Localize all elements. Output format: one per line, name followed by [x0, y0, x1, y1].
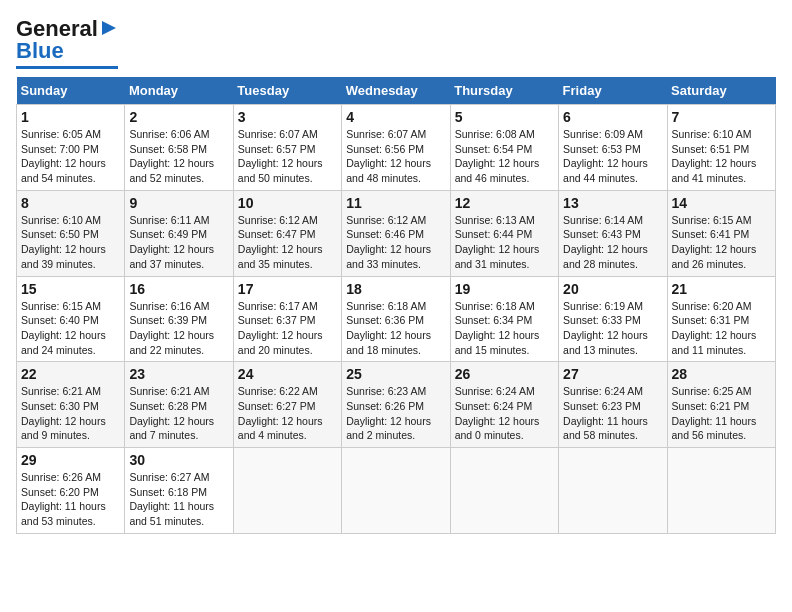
day-number: 5	[455, 109, 554, 125]
weekday-header: Saturday	[667, 77, 775, 105]
calendar-day-cell: 9 Sunrise: 6:11 AMSunset: 6:49 PMDayligh…	[125, 190, 233, 276]
day-number: 14	[672, 195, 771, 211]
day-number: 28	[672, 366, 771, 382]
sunrise-text: Sunrise: 6:24 AMSunset: 6:24 PMDaylight:…	[455, 385, 540, 441]
sunrise-text: Sunrise: 6:16 AMSunset: 6:39 PMDaylight:…	[129, 300, 214, 356]
sunrise-text: Sunrise: 6:14 AMSunset: 6:43 PMDaylight:…	[563, 214, 648, 270]
calendar-day-cell: 1 Sunrise: 6:05 AMSunset: 7:00 PMDayligh…	[17, 105, 125, 191]
calendar-table: SundayMondayTuesdayWednesdayThursdayFrid…	[16, 77, 776, 534]
sunrise-text: Sunrise: 6:18 AMSunset: 6:34 PMDaylight:…	[455, 300, 540, 356]
calendar-day-cell	[342, 448, 450, 534]
calendar-day-cell: 17 Sunrise: 6:17 AMSunset: 6:37 PMDaylig…	[233, 276, 341, 362]
calendar-day-cell: 13 Sunrise: 6:14 AMSunset: 6:43 PMDaylig…	[559, 190, 667, 276]
calendar-day-cell: 4 Sunrise: 6:07 AMSunset: 6:56 PMDayligh…	[342, 105, 450, 191]
calendar-week-row: 8 Sunrise: 6:10 AMSunset: 6:50 PMDayligh…	[17, 190, 776, 276]
day-number: 17	[238, 281, 337, 297]
weekday-header: Sunday	[17, 77, 125, 105]
day-number: 15	[21, 281, 120, 297]
logo-icon	[100, 19, 118, 41]
day-number: 6	[563, 109, 662, 125]
day-number: 24	[238, 366, 337, 382]
sunrise-text: Sunrise: 6:07 AMSunset: 6:56 PMDaylight:…	[346, 128, 431, 184]
sunrise-text: Sunrise: 6:07 AMSunset: 6:57 PMDaylight:…	[238, 128, 323, 184]
sunrise-text: Sunrise: 6:05 AMSunset: 7:00 PMDaylight:…	[21, 128, 106, 184]
sunrise-text: Sunrise: 6:15 AMSunset: 6:41 PMDaylight:…	[672, 214, 757, 270]
sunrise-text: Sunrise: 6:12 AMSunset: 6:47 PMDaylight:…	[238, 214, 323, 270]
sunrise-text: Sunrise: 6:11 AMSunset: 6:49 PMDaylight:…	[129, 214, 214, 270]
day-number: 25	[346, 366, 445, 382]
calendar-day-cell: 24 Sunrise: 6:22 AMSunset: 6:27 PMDaylig…	[233, 362, 341, 448]
page-header: General Blue	[16, 16, 776, 69]
calendar-day-cell: 3 Sunrise: 6:07 AMSunset: 6:57 PMDayligh…	[233, 105, 341, 191]
day-number: 27	[563, 366, 662, 382]
calendar-day-cell: 7 Sunrise: 6:10 AMSunset: 6:51 PMDayligh…	[667, 105, 775, 191]
sunrise-text: Sunrise: 6:15 AMSunset: 6:40 PMDaylight:…	[21, 300, 106, 356]
calendar-week-row: 15 Sunrise: 6:15 AMSunset: 6:40 PMDaylig…	[17, 276, 776, 362]
sunrise-text: Sunrise: 6:17 AMSunset: 6:37 PMDaylight:…	[238, 300, 323, 356]
calendar-day-cell: 12 Sunrise: 6:13 AMSunset: 6:44 PMDaylig…	[450, 190, 558, 276]
calendar-day-cell: 14 Sunrise: 6:15 AMSunset: 6:41 PMDaylig…	[667, 190, 775, 276]
sunrise-text: Sunrise: 6:24 AMSunset: 6:23 PMDaylight:…	[563, 385, 648, 441]
sunrise-text: Sunrise: 6:20 AMSunset: 6:31 PMDaylight:…	[672, 300, 757, 356]
calendar-day-cell: 5 Sunrise: 6:08 AMSunset: 6:54 PMDayligh…	[450, 105, 558, 191]
calendar-day-cell: 28 Sunrise: 6:25 AMSunset: 6:21 PMDaylig…	[667, 362, 775, 448]
logo: General Blue	[16, 16, 118, 69]
calendar-week-row: 22 Sunrise: 6:21 AMSunset: 6:30 PMDaylig…	[17, 362, 776, 448]
calendar-day-cell: 21 Sunrise: 6:20 AMSunset: 6:31 PMDaylig…	[667, 276, 775, 362]
calendar-day-cell: 8 Sunrise: 6:10 AMSunset: 6:50 PMDayligh…	[17, 190, 125, 276]
day-number: 18	[346, 281, 445, 297]
sunrise-text: Sunrise: 6:23 AMSunset: 6:26 PMDaylight:…	[346, 385, 431, 441]
weekday-header: Thursday	[450, 77, 558, 105]
day-number: 9	[129, 195, 228, 211]
day-number: 12	[455, 195, 554, 211]
day-number: 13	[563, 195, 662, 211]
sunrise-text: Sunrise: 6:06 AMSunset: 6:58 PMDaylight:…	[129, 128, 214, 184]
calendar-day-cell: 23 Sunrise: 6:21 AMSunset: 6:28 PMDaylig…	[125, 362, 233, 448]
day-number: 11	[346, 195, 445, 211]
day-number: 1	[21, 109, 120, 125]
day-number: 2	[129, 109, 228, 125]
day-number: 30	[129, 452, 228, 468]
day-number: 19	[455, 281, 554, 297]
calendar-day-cell: 10 Sunrise: 6:12 AMSunset: 6:47 PMDaylig…	[233, 190, 341, 276]
day-number: 3	[238, 109, 337, 125]
sunrise-text: Sunrise: 6:18 AMSunset: 6:36 PMDaylight:…	[346, 300, 431, 356]
calendar-day-cell: 30 Sunrise: 6:27 AMSunset: 6:18 PMDaylig…	[125, 448, 233, 534]
day-number: 7	[672, 109, 771, 125]
sunrise-text: Sunrise: 6:10 AMSunset: 6:50 PMDaylight:…	[21, 214, 106, 270]
sunrise-text: Sunrise: 6:12 AMSunset: 6:46 PMDaylight:…	[346, 214, 431, 270]
calendar-day-cell: 29 Sunrise: 6:26 AMSunset: 6:20 PMDaylig…	[17, 448, 125, 534]
sunrise-text: Sunrise: 6:10 AMSunset: 6:51 PMDaylight:…	[672, 128, 757, 184]
weekday-header: Monday	[125, 77, 233, 105]
calendar-day-cell	[667, 448, 775, 534]
calendar-day-cell: 19 Sunrise: 6:18 AMSunset: 6:34 PMDaylig…	[450, 276, 558, 362]
sunrise-text: Sunrise: 6:25 AMSunset: 6:21 PMDaylight:…	[672, 385, 757, 441]
calendar-day-cell: 2 Sunrise: 6:06 AMSunset: 6:58 PMDayligh…	[125, 105, 233, 191]
logo-blue-text: Blue	[16, 38, 64, 64]
day-number: 23	[129, 366, 228, 382]
sunrise-text: Sunrise: 6:21 AMSunset: 6:28 PMDaylight:…	[129, 385, 214, 441]
calendar-day-cell: 11 Sunrise: 6:12 AMSunset: 6:46 PMDaylig…	[342, 190, 450, 276]
calendar-week-row: 1 Sunrise: 6:05 AMSunset: 7:00 PMDayligh…	[17, 105, 776, 191]
calendar-day-cell: 25 Sunrise: 6:23 AMSunset: 6:26 PMDaylig…	[342, 362, 450, 448]
day-number: 29	[21, 452, 120, 468]
calendar-day-cell	[450, 448, 558, 534]
calendar-day-cell: 27 Sunrise: 6:24 AMSunset: 6:23 PMDaylig…	[559, 362, 667, 448]
day-number: 20	[563, 281, 662, 297]
sunrise-text: Sunrise: 6:26 AMSunset: 6:20 PMDaylight:…	[21, 471, 106, 527]
calendar-day-cell: 20 Sunrise: 6:19 AMSunset: 6:33 PMDaylig…	[559, 276, 667, 362]
sunrise-text: Sunrise: 6:21 AMSunset: 6:30 PMDaylight:…	[21, 385, 106, 441]
calendar-day-cell: 18 Sunrise: 6:18 AMSunset: 6:36 PMDaylig…	[342, 276, 450, 362]
sunrise-text: Sunrise: 6:22 AMSunset: 6:27 PMDaylight:…	[238, 385, 323, 441]
sunrise-text: Sunrise: 6:27 AMSunset: 6:18 PMDaylight:…	[129, 471, 214, 527]
day-number: 8	[21, 195, 120, 211]
svg-marker-0	[102, 21, 116, 35]
sunrise-text: Sunrise: 6:13 AMSunset: 6:44 PMDaylight:…	[455, 214, 540, 270]
weekday-header: Friday	[559, 77, 667, 105]
day-number: 4	[346, 109, 445, 125]
calendar-week-row: 29 Sunrise: 6:26 AMSunset: 6:20 PMDaylig…	[17, 448, 776, 534]
weekday-header: Wednesday	[342, 77, 450, 105]
calendar-day-cell: 16 Sunrise: 6:16 AMSunset: 6:39 PMDaylig…	[125, 276, 233, 362]
calendar-day-cell: 6 Sunrise: 6:09 AMSunset: 6:53 PMDayligh…	[559, 105, 667, 191]
calendar-day-cell: 15 Sunrise: 6:15 AMSunset: 6:40 PMDaylig…	[17, 276, 125, 362]
